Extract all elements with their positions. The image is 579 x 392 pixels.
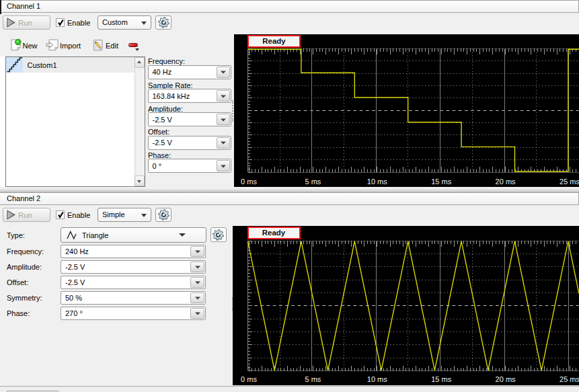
svg-text:15 ms: 15 ms <box>431 178 451 186</box>
svg-text:10 ms: 10 ms <box>367 178 387 186</box>
svg-text:5 ms: 5 ms <box>305 375 321 383</box>
svg-text:0 ms: 0 ms <box>241 178 257 186</box>
svg-text:5 ms: 5 ms <box>305 178 321 186</box>
svg-text:0 ms: 0 ms <box>241 375 257 383</box>
svg-text:10 ms: 10 ms <box>367 375 387 383</box>
svg-text:25 ms: 25 ms <box>559 178 579 186</box>
svg-text:25 ms: 25 ms <box>559 375 579 383</box>
svg-text:15 ms: 15 ms <box>431 375 451 383</box>
svg-text:20 ms: 20 ms <box>496 178 516 186</box>
svg-text:20 ms: 20 ms <box>496 375 516 383</box>
